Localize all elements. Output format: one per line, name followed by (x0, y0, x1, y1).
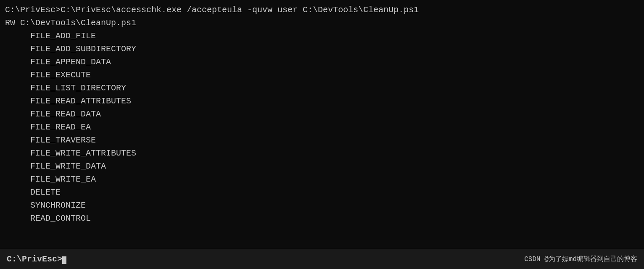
command-line: C:\PrivEsc>C:\PrivEsc\accesschk.exe /acc… (5, 3, 639, 16)
permission-item: DELETE (5, 186, 639, 199)
prompt-text: C:\PrivEsc> (7, 254, 62, 264)
permission-item: FILE_EXECUTE (5, 69, 639, 82)
terminal-window[interactable]: C:\PrivEsc>C:\PrivEsc\accesschk.exe /acc… (0, 0, 644, 269)
permission-item: FILE_WRITE_EA (5, 173, 639, 186)
permission-item: FILE_TRAVERSE (5, 134, 639, 147)
cursor (62, 256, 66, 264)
rw-line: RW C:\DevTools\CleanUp.ps1 (5, 16, 639, 29)
permission-item: SYNCHRONIZE (5, 199, 639, 212)
permission-item: READ_CONTROL (5, 212, 639, 225)
permission-item: FILE_READ_DATA (5, 108, 639, 121)
permission-item: FILE_READ_ATTRIBUTES (5, 95, 639, 108)
permission-item: FILE_APPEND_DATA (5, 55, 639, 69)
permission-item: FILE_WRITE_DATA (5, 160, 639, 173)
permission-item: FILE_READ_EA (5, 121, 639, 134)
permission-item: FILE_ADD_FILE (5, 29, 639, 42)
watermark: CSDN @为了嫖md编辑器到自己的博客 (524, 255, 637, 264)
bottom-bar: C:\PrivEsc> CSDN @为了嫖md编辑器到自己的博客 (0, 249, 644, 269)
permission-item: FILE_LIST_DIRECTORY (5, 82, 639, 95)
permissions-list: FILE_ADD_FILEFILE_ADD_SUBDIRECTORYFILE_A… (5, 29, 639, 225)
permission-item: FILE_ADD_SUBDIRECTORY (5, 42, 639, 55)
prompt-line: C:\PrivEsc> (7, 254, 66, 264)
permission-item: FILE_WRITE_ATTRIBUTES (5, 147, 639, 160)
